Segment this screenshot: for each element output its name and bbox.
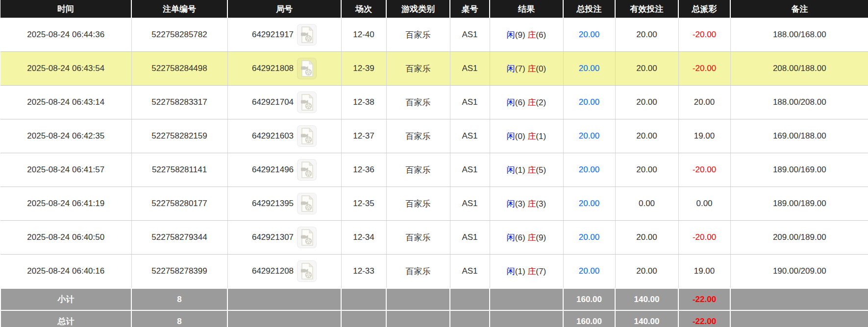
banker-result-score: (9) <box>536 233 546 242</box>
table-id-cell: AS1 <box>450 119 490 153</box>
result-cell: 闲(9) 庄(6) <box>490 18 563 52</box>
grand-total-payout: -22.00 <box>678 310 730 327</box>
col-header-game-type: 游戏类别 <box>386 0 450 18</box>
game-type-cell: 百家乐 <box>386 18 450 52</box>
video-file-icon <box>300 162 314 178</box>
table-id-cell: AS1 <box>450 221 490 255</box>
total-bet-cell[interactable]: 20.00 <box>563 86 615 119</box>
total-bet-cell[interactable]: 20.00 <box>563 119 615 153</box>
grand-total-empty-session <box>341 310 386 327</box>
banker-result-score: (3) <box>536 199 546 209</box>
player-result-score: (6) <box>515 233 525 242</box>
player-result-label: 闲 <box>507 132 515 141</box>
session-cell: 12-36 <box>341 153 386 187</box>
session-cell: 12-35 <box>341 187 386 221</box>
round-id: 642921603 <box>252 131 294 141</box>
bet-record-row[interactable]: 2025-08-24 06:41:19 522758280177 6429213… <box>0 187 868 221</box>
total-bet-cell[interactable]: 20.00 <box>563 52 615 86</box>
total-bet-cell[interactable]: 20.00 <box>563 221 615 255</box>
video-replay-button[interactable] <box>297 227 317 248</box>
video-replay-button[interactable] <box>297 193 317 214</box>
result-cell: 闲(6) 庄(9) <box>490 221 563 255</box>
player-result-score: (6) <box>515 98 525 107</box>
table-id-cell: AS1 <box>450 255 490 289</box>
col-header-round-id: 局号 <box>227 0 341 18</box>
round-id: 642921704 <box>252 97 294 107</box>
banker-result-label: 庄 <box>527 98 536 107</box>
player-result-label: 闲 <box>507 199 515 209</box>
player-result-score: (9) <box>515 30 525 40</box>
video-file-icon <box>300 26 314 43</box>
bet-record-row[interactable]: 2025-08-24 06:40:50 522758279344 6429213… <box>0 221 868 255</box>
col-header-remark: 备注 <box>730 0 868 18</box>
remark-cell: 208.00/188.00 <box>730 52 868 86</box>
bet-id-cell: 522758281141 <box>131 153 227 187</box>
banker-result-score: (0) <box>536 64 546 73</box>
bet-record-row[interactable]: 2025-08-24 06:43:54 522758284498 6429218… <box>0 52 868 86</box>
bet-record-row[interactable]: 2025-08-24 06:41:57 522758281141 6429214… <box>0 153 868 187</box>
time-cell: 2025-08-24 06:40:16 <box>0 255 131 289</box>
bet-id-cell: 522758278399 <box>131 255 227 289</box>
banker-result-score: (2) <box>536 98 546 107</box>
session-cell: 12-33 <box>341 255 386 289</box>
result-cell: 闲(3) 庄(3) <box>490 187 563 221</box>
bet-record-row[interactable]: 2025-08-24 06:43:14 522758283317 6429217… <box>0 86 868 119</box>
grand-total-empty-game-type <box>386 310 450 327</box>
banker-result-label: 庄 <box>527 132 536 141</box>
total-bet-cell[interactable]: 20.00 <box>563 153 615 187</box>
player-result-score: (3) <box>515 199 525 209</box>
total-bet-cell[interactable]: 20.00 <box>563 255 615 289</box>
time-cell: 2025-08-24 06:43:14 <box>0 86 131 119</box>
result-cell: 闲(0) 庄(1) <box>490 119 563 153</box>
video-replay-button[interactable] <box>297 24 317 46</box>
grand-total-total-bet: 160.00 <box>563 310 615 327</box>
player-result-label: 闲 <box>507 233 515 242</box>
payout-cell: 19.00 <box>678 255 730 289</box>
subtotal-empty-table-id <box>450 288 490 310</box>
round-cell: 642921496 <box>227 153 341 187</box>
round-id: 642921395 <box>252 199 294 209</box>
subtotal-empty-result <box>490 288 563 310</box>
banker-result-label: 庄 <box>527 267 536 276</box>
game-type-cell: 百家乐 <box>386 52 450 86</box>
time-cell: 2025-08-24 06:41:57 <box>0 153 131 187</box>
game-type-cell: 百家乐 <box>386 255 450 289</box>
player-result-score: (1) <box>515 267 525 276</box>
bet-record-row[interactable]: 2025-08-24 06:42:35 522758282159 6429216… <box>0 119 868 153</box>
video-replay-button[interactable] <box>297 92 317 113</box>
banker-result-label: 庄 <box>527 233 536 242</box>
round-cell: 642921808 <box>227 52 341 86</box>
player-result-score: (7) <box>515 64 525 73</box>
table-summary: 小计 8 160.00 140.00 -22.00 总计 8 160.00 14… <box>0 288 868 327</box>
video-file-icon <box>300 195 314 212</box>
payout-cell: -20.00 <box>678 221 730 255</box>
video-replay-button[interactable] <box>297 58 317 79</box>
video-replay-button[interactable] <box>297 159 317 181</box>
valid-bet-cell: 20.00 <box>615 153 678 187</box>
subtotal-empty-game-type <box>386 288 450 310</box>
remark-cell: 190.00/209.00 <box>730 255 868 289</box>
round-cell: 642921307 <box>227 221 341 255</box>
table-body: 2025-08-24 06:44:36 522758285782 6429219… <box>0 18 868 289</box>
bet-id-cell: 522758283317 <box>131 86 227 119</box>
video-replay-button[interactable] <box>297 260 317 282</box>
round-cell: 642921208 <box>227 255 341 289</box>
video-replay-button[interactable] <box>297 125 317 147</box>
payout-cell: -20.00 <box>678 18 730 52</box>
total-bet-cell[interactable]: 20.00 <box>563 187 615 221</box>
col-header-table-id: 桌号 <box>450 0 490 18</box>
player-result-label: 闲 <box>507 165 515 175</box>
grand-total-valid-bet: 140.00 <box>615 310 678 327</box>
table-id-cell: AS1 <box>450 86 490 119</box>
total-bet-cell[interactable]: 20.00 <box>563 18 615 52</box>
session-cell: 12-39 <box>341 52 386 86</box>
remark-cell: 209.00/189.00 <box>730 221 868 255</box>
bet-record-row[interactable]: 2025-08-24 06:40:16 522758278399 6429212… <box>0 255 868 289</box>
round-cell: 642921603 <box>227 119 341 153</box>
round-id: 642921917 <box>252 30 294 40</box>
payout-cell: -20.00 <box>678 153 730 187</box>
bet-record-row[interactable]: 2025-08-24 06:44:36 522758285782 6429219… <box>0 18 868 52</box>
payout-cell: 19.00 <box>678 119 730 153</box>
table-id-cell: AS1 <box>450 187 490 221</box>
subtotal-empty-session <box>341 288 386 310</box>
